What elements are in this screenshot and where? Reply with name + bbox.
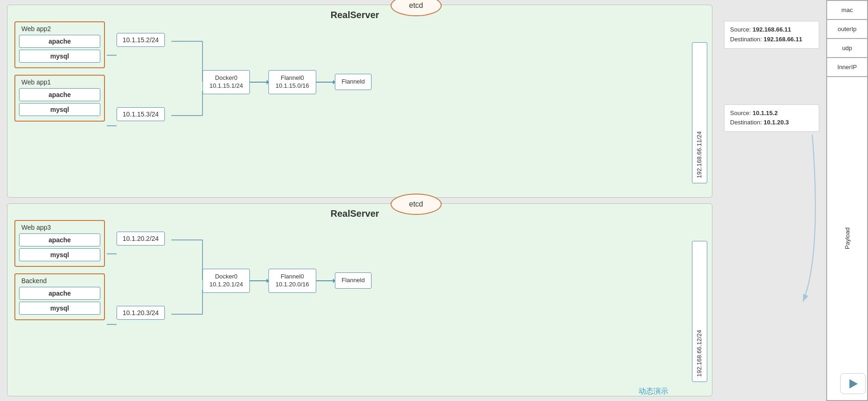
docker0-box-s1: Docker0 10.1.15.1/24 bbox=[202, 70, 250, 94]
apps-column-2: Web app3 apache mysql Backend apache mys… bbox=[14, 220, 105, 320]
ip2-label-s1: 10.1.15.3/24 bbox=[117, 107, 165, 121]
table-mac: mac bbox=[827, 0, 868, 19]
webapp1-service2: mysql bbox=[19, 103, 100, 116]
webapp1-box: Web app1 apache mysql bbox=[14, 75, 105, 122]
network-row-1: Docker0 10.1.15.1/24 Flannel0 10.1.15.0/… bbox=[202, 70, 372, 94]
webapp3-service2: mysql bbox=[19, 248, 100, 261]
p2-dest-label: Destination: bbox=[730, 119, 762, 126]
webapp3-service1: apache bbox=[19, 233, 100, 246]
ip2-box-s2: 10.1.20.3/24 bbox=[117, 306, 165, 320]
flannel0-ip-s1: 10.1.15.0/16 bbox=[275, 82, 309, 89]
server1-title: RealServer bbox=[331, 10, 379, 20]
backend-service2: mysql bbox=[19, 302, 100, 315]
docker0-box-s2: Docker0 10.1.20.1/24 bbox=[202, 269, 250, 293]
flanneld-label-s1: Flanneld bbox=[342, 78, 365, 85]
docker0-label-s2: Docker0 bbox=[215, 273, 237, 280]
webapp2-service2: mysql bbox=[19, 50, 100, 63]
arrow-4 bbox=[316, 280, 335, 281]
etcd-label-1: etcd bbox=[409, 1, 423, 10]
p1-source-val: 192.168.66.11 bbox=[752, 26, 791, 33]
p1-dest-val: 192.168.66.11 bbox=[764, 36, 802, 43]
ip1-label-s2: 10.1.20.2/24 bbox=[117, 232, 165, 246]
vertical-ip-label-s1: 192.168.66.11/24 bbox=[696, 131, 703, 178]
right-panel: Source: 192.168.66.11 Destination: 192.1… bbox=[719, 0, 868, 401]
left-area: etcd RealServer Web app2 apache mysql We… bbox=[0, 0, 719, 401]
arrow-3 bbox=[250, 280, 268, 281]
server-block-1: etcd RealServer Web app2 apache mysql We… bbox=[7, 5, 712, 198]
flanneld-label-s2: Flanneld bbox=[342, 277, 365, 284]
backend-title: Backend bbox=[19, 277, 100, 285]
dynamic-demo-text: 动态演示 bbox=[639, 387, 668, 396]
docker0-ip-s2: 10.1.20.1/24 bbox=[209, 281, 243, 288]
etcd-ellipse-2: etcd bbox=[391, 194, 442, 215]
server2-title: RealServer bbox=[331, 208, 379, 219]
webapp2-box: Web app2 apache mysql bbox=[14, 21, 105, 68]
p2-source-val: 10.1.15.2 bbox=[752, 110, 777, 116]
vertical-ip-label-s2: 192.168.66.12/24 bbox=[696, 330, 703, 377]
packet-info-1: Source: 192.168.66.11 Destination: 192.1… bbox=[724, 21, 819, 49]
etcd-label-2: etcd bbox=[409, 200, 423, 208]
flannel0-box-s2: Flannel0 10.1.20.0/16 bbox=[268, 269, 316, 293]
vertical-ip-s1: 192.168.66.11/24 bbox=[692, 42, 707, 183]
webapp1-service1: apache bbox=[19, 88, 100, 101]
flanneld-box-s1: Flanneld bbox=[335, 74, 372, 90]
flannel0-label-s2: Flannel0 bbox=[281, 273, 304, 280]
backend-service1: apache bbox=[19, 287, 100, 300]
packet-info-2: Source: 10.1.15.2 Destination: 10.1.20.3 bbox=[724, 104, 819, 132]
connector-svg-1 bbox=[7, 5, 712, 197]
ip1-box-s1: 10.1.15.2/24 bbox=[117, 33, 165, 47]
connector-svg-2 bbox=[7, 204, 712, 396]
network-row-2: Docker0 10.1.20.1/24 Flannel0 10.1.20.0/… bbox=[202, 269, 372, 293]
right-table: mac outerIp udp InnerIP Payload bbox=[826, 0, 868, 401]
flannel0-label-s1: Flannel0 bbox=[281, 74, 304, 81]
ip1-label-s1: 10.1.15.2/24 bbox=[117, 33, 165, 47]
table-payload: Payload bbox=[827, 77, 868, 401]
arrow-1 bbox=[250, 82, 268, 83]
flanneld-box-s2: Flanneld bbox=[335, 272, 372, 289]
webapp1-title: Web app1 bbox=[19, 78, 100, 86]
ip2-box-s1: 10.1.15.3/24 bbox=[117, 107, 165, 121]
apps-column-1: Web app2 apache mysql Web app1 apache my… bbox=[14, 21, 105, 122]
flannel0-box-s1: Flannel0 10.1.15.0/16 bbox=[268, 70, 316, 94]
table-outerip: outerIp bbox=[827, 19, 868, 39]
docker0-ip-s1: 10.1.15.1/24 bbox=[209, 82, 243, 89]
play-button[interactable] bbox=[840, 373, 866, 394]
webapp2-title: Web app2 bbox=[19, 25, 100, 32]
ip1-box-s2: 10.1.20.2/24 bbox=[117, 232, 165, 246]
webapp3-title: Web app3 bbox=[19, 224, 100, 231]
table-udp: udp bbox=[827, 39, 868, 58]
p2-source-label: Source: bbox=[730, 110, 751, 116]
webapp3-box: Web app3 apache mysql bbox=[14, 220, 105, 267]
vertical-ip-s2: 192.168.66.12/24 bbox=[692, 241, 707, 382]
ip2-label-s2: 10.1.20.3/24 bbox=[117, 306, 165, 320]
arrow-2 bbox=[316, 82, 335, 83]
backend-box: Backend apache mysql bbox=[14, 273, 105, 320]
webapp2-service1: apache bbox=[19, 35, 100, 48]
p2-dest-val: 10.1.20.3 bbox=[764, 119, 789, 126]
main-container: etcd RealServer Web app2 apache mysql We… bbox=[0, 0, 868, 401]
table-innerip: InnerIP bbox=[827, 58, 868, 77]
p1-dest-label: Destination: bbox=[730, 36, 762, 43]
server-block-2: etcd RealServer Web app3 apache mysql Ba… bbox=[7, 203, 712, 396]
docker0-label-s1: Docker0 bbox=[215, 74, 237, 81]
play-icon bbox=[849, 379, 858, 388]
p1-source-label: Source: bbox=[730, 26, 751, 33]
etcd-ellipse-1: etcd bbox=[391, 0, 442, 16]
flannel0-ip-s2: 10.1.20.0/16 bbox=[275, 281, 309, 288]
